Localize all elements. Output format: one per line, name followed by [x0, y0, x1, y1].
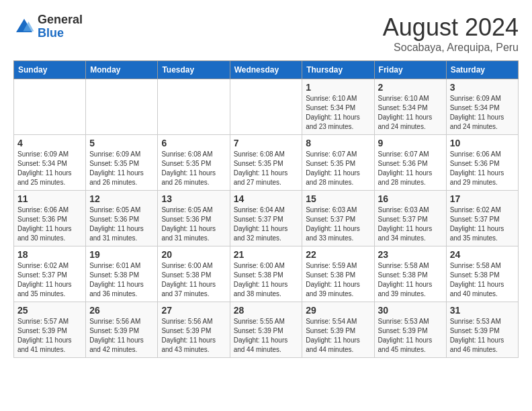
- day-number: 20: [161, 249, 226, 260]
- day-number: 15: [306, 193, 370, 204]
- logo-line1: General: [38, 13, 83, 27]
- day-number: 25: [17, 305, 82, 316]
- calendar-cell: 20Sunrise: 6:00 AM Sunset: 5:38 PM Dayli…: [158, 246, 230, 302]
- calendar-cell: 22Sunrise: 5:59 AM Sunset: 5:38 PM Dayli…: [302, 246, 374, 302]
- day-number: 13: [161, 193, 226, 204]
- day-number: 14: [234, 193, 299, 204]
- day-info: Sunrise: 6:04 AM Sunset: 5:37 PM Dayligh…: [234, 205, 299, 243]
- day-number: 23: [378, 249, 443, 260]
- calendar-cell: 10Sunrise: 6:06 AM Sunset: 5:36 PM Dayli…: [446, 135, 518, 191]
- day-number: 1: [306, 82, 370, 93]
- day-info: Sunrise: 5:56 AM Sunset: 5:39 PM Dayligh…: [161, 317, 226, 355]
- header-row: SundayMondayTuesdayWednesdayThursdayFrid…: [14, 61, 519, 79]
- day-info: Sunrise: 6:07 AM Sunset: 5:35 PM Dayligh…: [306, 150, 370, 187]
- day-info: Sunrise: 5:57 AM Sunset: 5:39 PM Dayligh…: [17, 317, 82, 355]
- day-info: Sunrise: 6:06 AM Sunset: 5:36 PM Dayligh…: [17, 205, 82, 243]
- calendar-cell: 27Sunrise: 5:56 AM Sunset: 5:39 PM Dayli…: [158, 302, 230, 358]
- day-info: Sunrise: 6:02 AM Sunset: 5:37 PM Dayligh…: [450, 205, 515, 243]
- week-row-1: 1Sunrise: 6:10 AM Sunset: 5:34 PM Daylig…: [14, 79, 519, 135]
- calendar-cell: 4Sunrise: 6:09 AM Sunset: 5:34 PM Daylig…: [14, 135, 86, 191]
- day-info: Sunrise: 6:01 AM Sunset: 5:38 PM Dayligh…: [89, 261, 154, 299]
- day-info: Sunrise: 6:05 AM Sunset: 5:36 PM Dayligh…: [89, 205, 154, 243]
- day-number: 11: [17, 193, 82, 204]
- calendar-cell: 1Sunrise: 6:10 AM Sunset: 5:34 PM Daylig…: [302, 79, 374, 135]
- day-info: Sunrise: 6:09 AM Sunset: 5:34 PM Dayligh…: [450, 94, 515, 132]
- calendar-cell: 13Sunrise: 6:05 AM Sunset: 5:36 PM Dayli…: [158, 191, 230, 246]
- day-number: 18: [17, 249, 82, 260]
- day-info: Sunrise: 6:07 AM Sunset: 5:36 PM Dayligh…: [378, 150, 443, 187]
- day-number: 17: [450, 193, 515, 204]
- day-info: Sunrise: 5:53 AM Sunset: 5:39 PM Dayligh…: [378, 317, 443, 355]
- day-info: Sunrise: 5:58 AM Sunset: 5:38 PM Dayligh…: [450, 261, 515, 299]
- day-info: Sunrise: 5:58 AM Sunset: 5:38 PM Dayligh…: [378, 261, 443, 299]
- calendar-cell: 2Sunrise: 6:10 AM Sunset: 5:34 PM Daylig…: [374, 79, 446, 135]
- day-number: 30: [378, 305, 443, 316]
- calendar-cell: 6Sunrise: 6:08 AM Sunset: 5:35 PM Daylig…: [158, 135, 230, 191]
- day-number: 10: [450, 138, 515, 148]
- day-info: Sunrise: 6:03 AM Sunset: 5:37 PM Dayligh…: [306, 205, 370, 243]
- calendar-cell: 29Sunrise: 5:54 AM Sunset: 5:39 PM Dayli…: [302, 302, 374, 358]
- day-number: 12: [89, 193, 154, 204]
- calendar-cell: 5Sunrise: 6:09 AM Sunset: 5:35 PM Daylig…: [86, 135, 158, 191]
- column-header-saturday: Saturday: [446, 61, 518, 79]
- day-info: Sunrise: 6:08 AM Sunset: 5:35 PM Dayligh…: [161, 150, 226, 187]
- column-header-thursday: Thursday: [302, 61, 374, 79]
- calendar-table: SundayMondayTuesdayWednesdayThursdayFrid…: [13, 60, 519, 358]
- day-info: Sunrise: 5:55 AM Sunset: 5:39 PM Dayligh…: [234, 317, 299, 355]
- calendar-cell: 19Sunrise: 6:01 AM Sunset: 5:38 PM Dayli…: [86, 246, 158, 302]
- calendar-cell: 9Sunrise: 6:07 AM Sunset: 5:36 PM Daylig…: [374, 135, 446, 191]
- day-number: 5: [89, 138, 154, 148]
- calendar-cell: [230, 79, 302, 135]
- day-number: 21: [234, 249, 299, 260]
- day-info: Sunrise: 5:56 AM Sunset: 5:39 PM Dayligh…: [89, 317, 154, 355]
- calendar-cell: [14, 79, 86, 135]
- calendar-cell: 24Sunrise: 5:58 AM Sunset: 5:38 PM Dayli…: [446, 246, 518, 302]
- calendar-cell: [158, 79, 230, 135]
- logo-icon: [13, 16, 35, 38]
- day-number: 26: [89, 305, 154, 316]
- calendar-cell: 16Sunrise: 6:03 AM Sunset: 5:37 PM Dayli…: [374, 191, 446, 246]
- week-row-3: 11Sunrise: 6:06 AM Sunset: 5:36 PM Dayli…: [14, 191, 519, 246]
- page-header: General Blue August 2024 Socabaya, Arequ…: [13, 13, 519, 54]
- day-info: Sunrise: 6:10 AM Sunset: 5:34 PM Dayligh…: [378, 94, 443, 132]
- column-header-wednesday: Wednesday: [230, 61, 302, 79]
- day-info: Sunrise: 5:54 AM Sunset: 5:39 PM Dayligh…: [306, 317, 370, 355]
- day-info: Sunrise: 6:00 AM Sunset: 5:38 PM Dayligh…: [234, 261, 299, 299]
- week-row-4: 18Sunrise: 6:02 AM Sunset: 5:37 PM Dayli…: [14, 246, 519, 302]
- calendar-cell: 3Sunrise: 6:09 AM Sunset: 5:34 PM Daylig…: [446, 79, 518, 135]
- logo-line2: Blue: [38, 27, 83, 40]
- calendar-cell: [86, 79, 158, 135]
- day-number: 6: [161, 138, 226, 148]
- day-number: 8: [306, 138, 370, 148]
- day-info: Sunrise: 6:08 AM Sunset: 5:35 PM Dayligh…: [234, 150, 299, 187]
- day-info: Sunrise: 6:00 AM Sunset: 5:38 PM Dayligh…: [161, 261, 226, 299]
- calendar-cell: 17Sunrise: 6:02 AM Sunset: 5:37 PM Dayli…: [446, 191, 518, 246]
- title-block: August 2024 Socabaya, Arequipa, Peru: [383, 13, 519, 54]
- calendar-cell: 14Sunrise: 6:04 AM Sunset: 5:37 PM Dayli…: [230, 191, 302, 246]
- day-number: 4: [17, 138, 82, 148]
- calendar-cell: 7Sunrise: 6:08 AM Sunset: 5:35 PM Daylig…: [230, 135, 302, 191]
- day-number: 2: [378, 82, 443, 93]
- calendar-cell: 23Sunrise: 5:58 AM Sunset: 5:38 PM Dayli…: [374, 246, 446, 302]
- day-info: Sunrise: 5:53 AM Sunset: 5:39 PM Dayligh…: [450, 317, 515, 355]
- column-header-tuesday: Tuesday: [158, 61, 230, 79]
- column-header-monday: Monday: [86, 61, 158, 79]
- day-number: 7: [234, 138, 299, 148]
- main-title: August 2024: [383, 13, 519, 42]
- calendar-cell: 28Sunrise: 5:55 AM Sunset: 5:39 PM Dayli…: [230, 302, 302, 358]
- calendar-cell: 30Sunrise: 5:53 AM Sunset: 5:39 PM Dayli…: [374, 302, 446, 358]
- calendar-cell: 18Sunrise: 6:02 AM Sunset: 5:37 PM Dayli…: [14, 246, 86, 302]
- day-info: Sunrise: 6:05 AM Sunset: 5:36 PM Dayligh…: [161, 205, 226, 243]
- day-number: 31: [450, 305, 515, 316]
- day-number: 24: [450, 249, 515, 260]
- day-number: 22: [306, 249, 370, 260]
- day-info: Sunrise: 6:02 AM Sunset: 5:37 PM Dayligh…: [17, 261, 82, 299]
- calendar-cell: 31Sunrise: 5:53 AM Sunset: 5:39 PM Dayli…: [446, 302, 518, 358]
- day-info: Sunrise: 6:10 AM Sunset: 5:34 PM Dayligh…: [306, 94, 370, 132]
- day-info: Sunrise: 6:09 AM Sunset: 5:35 PM Dayligh…: [89, 150, 154, 187]
- calendar-cell: 15Sunrise: 6:03 AM Sunset: 5:37 PM Dayli…: [302, 191, 374, 246]
- calendar-cell: 11Sunrise: 6:06 AM Sunset: 5:36 PM Dayli…: [14, 191, 86, 246]
- day-number: 28: [234, 305, 299, 316]
- week-row-5: 25Sunrise: 5:57 AM Sunset: 5:39 PM Dayli…: [14, 302, 519, 358]
- calendar-cell: 12Sunrise: 6:05 AM Sunset: 5:36 PM Dayli…: [86, 191, 158, 246]
